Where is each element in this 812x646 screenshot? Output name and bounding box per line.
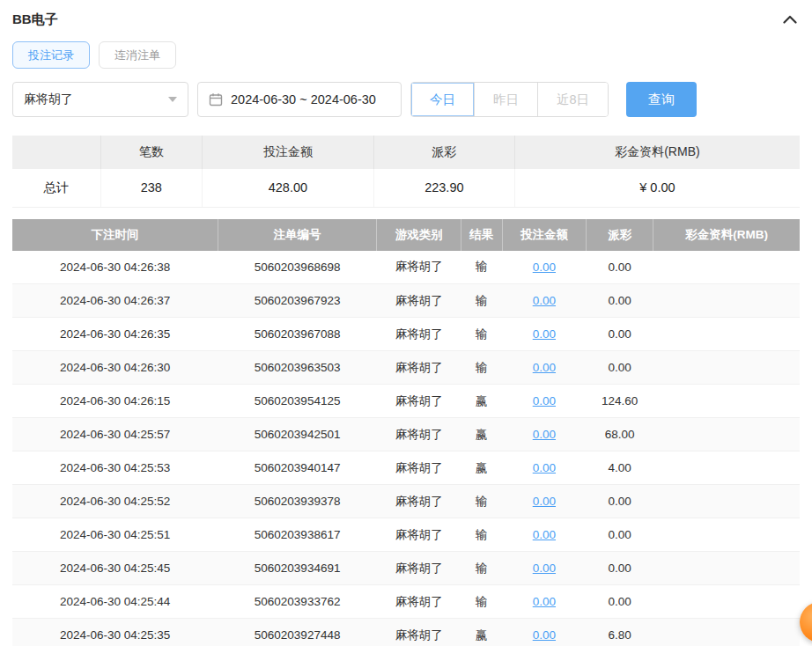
quick-date-buttons: 今日 昨日 近8日 xyxy=(410,82,609,117)
bet-amount-link[interactable]: 0.00 xyxy=(533,595,556,608)
summary-header-row: 笔数 投注金额 派彩 彩金资料(RMB) xyxy=(12,136,800,169)
bet-amount-link[interactable]: 0.00 xyxy=(533,628,556,642)
table-row: 2024-06-30 04:25:35 5060203927448 麻将胡了 赢… xyxy=(12,619,800,646)
bet-amount-cell: 0.00 xyxy=(502,418,587,451)
bet-time-cell: 2024-06-30 04:26:30 xyxy=(12,351,218,385)
payout-cell: 68.00 xyxy=(587,418,653,451)
bet-amount-link[interactable]: 0.00 xyxy=(533,327,556,341)
result-cell: 输 xyxy=(461,284,502,318)
bonus-cell xyxy=(653,284,800,318)
order-number-cell: 5060203938617 xyxy=(218,518,377,552)
bet-amount-link[interactable]: 0.00 xyxy=(533,528,556,541)
summary-total-count: 238 xyxy=(100,169,202,207)
bet-amount-cell: 0.00 xyxy=(502,318,587,351)
payout-cell: 4.00 xyxy=(587,451,653,485)
col-bet-time: 下注时间 xyxy=(12,219,218,251)
bonus-cell xyxy=(653,552,800,585)
bonus-cell xyxy=(653,318,800,351)
tab-bet-records[interactable]: 投注记录 xyxy=(12,41,90,69)
bet-amount-cell: 0.00 xyxy=(502,385,587,418)
quick-filter-yesterday[interactable]: 昨日 xyxy=(475,83,538,116)
order-number-cell: 5060203942501 xyxy=(218,418,377,451)
collapse-chevron-up-icon[interactable] xyxy=(780,10,800,29)
bet-amount-cell: 0.00 xyxy=(502,351,587,385)
bet-history-panel: BB电子 投注记录 连消注单 麻将胡了 2024-06-30 ~ 2024-06… xyxy=(0,0,812,646)
summary-total-label: 总计 xyxy=(12,169,100,207)
table-row: 2024-06-30 04:25:52 5060203939378 麻将胡了 输… xyxy=(12,485,800,518)
table-row: 2024-06-30 04:26:37 5060203967923 麻将胡了 输… xyxy=(12,284,800,318)
table-row: 2024-06-30 04:25:44 5060203933762 麻将胡了 输… xyxy=(12,585,800,619)
bet-amount-link[interactable]: 0.00 xyxy=(533,562,556,575)
bet-amount-cell: 0.00 xyxy=(502,619,587,646)
order-number-cell: 5060203927448 xyxy=(218,619,377,646)
col-bet-amount: 投注金额 xyxy=(502,219,587,251)
table-row: 2024-06-30 04:26:38 5060203968698 麻将胡了 输… xyxy=(12,251,800,284)
bet-time-cell: 2024-06-30 04:26:35 xyxy=(12,318,218,351)
table-row: 2024-06-30 04:26:30 5060203963503 麻将胡了 输… xyxy=(12,351,800,385)
table-row: 2024-06-30 04:26:15 5060203954125 麻将胡了 赢… xyxy=(12,385,800,418)
table-row: 2024-06-30 04:25:51 5060203938617 麻将胡了 输… xyxy=(12,518,800,552)
bet-amount-cell: 0.00 xyxy=(502,451,587,485)
game-category-cell: 麻将胡了 xyxy=(377,318,461,351)
payout-cell: 0.00 xyxy=(587,518,653,552)
tab-bar: 投注记录 连消注单 xyxy=(12,41,800,69)
bet-amount-cell: 0.00 xyxy=(502,251,587,284)
result-cell: 输 xyxy=(461,552,502,585)
bet-amount-link[interactable]: 0.00 xyxy=(533,461,556,474)
summary-total-payout: 223.90 xyxy=(373,169,514,207)
order-number-cell: 5060203940147 xyxy=(218,451,377,485)
bonus-cell xyxy=(653,585,800,619)
bet-time-cell: 2024-06-30 04:25:51 xyxy=(12,518,218,552)
floating-action-button[interactable] xyxy=(800,602,812,642)
payout-cell: 0.00 xyxy=(587,552,653,585)
order-number-cell: 5060203933762 xyxy=(218,585,377,619)
result-cell: 输 xyxy=(461,518,502,552)
game-category-cell: 麻将胡了 xyxy=(377,518,461,552)
summary-total-row: 总计 238 428.00 223.90 ¥ 0.00 xyxy=(12,169,800,207)
result-cell: 赢 xyxy=(461,418,502,451)
order-number-cell: 5060203939378 xyxy=(218,485,377,518)
bonus-cell xyxy=(653,418,800,451)
bet-time-cell: 2024-06-30 04:26:37 xyxy=(12,284,218,318)
bet-amount-link[interactable]: 0.00 xyxy=(533,394,556,407)
bet-amount-cell: 0.00 xyxy=(502,284,587,318)
bonus-cell xyxy=(653,518,800,552)
bet-amount-link[interactable]: 0.00 xyxy=(533,294,556,307)
bonus-cell xyxy=(653,485,800,518)
game-select[interactable]: 麻将胡了 xyxy=(12,82,188,117)
bonus-cell xyxy=(653,251,800,284)
bet-amount-link[interactable]: 0.00 xyxy=(533,495,556,508)
result-cell: 赢 xyxy=(461,451,502,485)
order-number-cell: 5060203967088 xyxy=(218,318,377,351)
payout-cell: 0.00 xyxy=(587,485,653,518)
bet-amount-link[interactable]: 0.00 xyxy=(533,428,556,441)
quick-filter-today[interactable]: 今日 xyxy=(411,83,475,116)
bet-amount-link[interactable]: 0.00 xyxy=(533,261,556,274)
col-order-number: 注单编号 xyxy=(218,219,377,251)
order-number-cell: 5060203963503 xyxy=(218,351,377,385)
result-cell: 输 xyxy=(461,485,502,518)
payout-cell: 0.00 xyxy=(587,585,653,619)
search-button[interactable]: 查询 xyxy=(626,82,697,117)
summary-total-bonus: ¥ 0.00 xyxy=(514,169,800,207)
tab-cancelled-orders[interactable]: 连消注单 xyxy=(99,41,176,69)
table-row: 2024-06-30 04:26:35 5060203967088 麻将胡了 输… xyxy=(12,318,800,351)
summary-col-payout: 派彩 xyxy=(373,136,514,169)
bet-time-cell: 2024-06-30 04:25:53 xyxy=(12,451,218,485)
table-row: 2024-06-30 04:25:53 5060203940147 麻将胡了 赢… xyxy=(12,451,800,485)
col-game-category: 游戏类别 xyxy=(377,219,461,251)
col-result: 结果 xyxy=(461,219,502,251)
result-cell: 输 xyxy=(461,585,502,619)
bet-amount-link[interactable]: 0.00 xyxy=(533,361,556,374)
quick-filter-last-8-days[interactable]: 近8日 xyxy=(538,83,608,116)
bet-time-cell: 2024-06-30 04:25:44 xyxy=(12,585,218,619)
col-payout: 派彩 xyxy=(587,219,653,251)
bonus-cell xyxy=(653,451,800,485)
page-title: BB电子 xyxy=(12,11,58,28)
table-row: 2024-06-30 04:25:45 5060203934691 麻将胡了 输… xyxy=(12,552,800,585)
bonus-cell xyxy=(653,351,800,385)
result-cell: 输 xyxy=(461,351,502,385)
bonus-cell xyxy=(653,385,800,418)
game-category-cell: 麻将胡了 xyxy=(377,385,461,418)
date-range-picker[interactable]: 2024-06-30 ~ 2024-06-30 xyxy=(197,82,402,117)
